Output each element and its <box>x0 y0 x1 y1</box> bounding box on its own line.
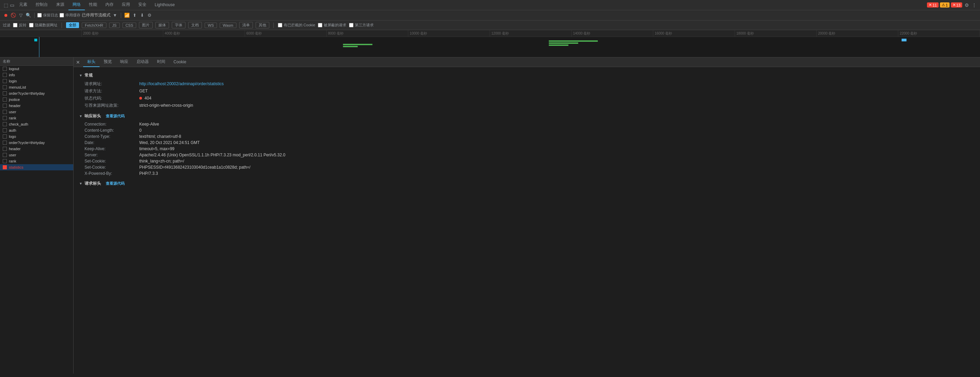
tab-application[interactable]: 应用 <box>118 0 134 10</box>
detail-tab-response[interactable]: 响应 <box>116 57 132 67</box>
third-party-checkbox[interactable]: 第三方请求 <box>349 22 374 28</box>
item-checkbox[interactable] <box>3 153 7 157</box>
item-checkbox[interactable] <box>3 67 7 71</box>
list-item-statistics[interactable]: statistics <box>0 164 73 170</box>
list-item[interactable]: rank <box>0 115 73 121</box>
device-icon[interactable]: ▭ <box>9 2 15 8</box>
list-item[interactable]: header <box>0 146 73 152</box>
item-checkbox[interactable] <box>3 147 7 151</box>
item-checkbox[interactable] <box>3 122 7 126</box>
item-checkbox[interactable] <box>3 116 7 120</box>
item-checkbox[interactable] <box>3 91 7 95</box>
response-headers-section-header[interactable]: ▼ 响应标头 查看源代码 <box>79 113 975 119</box>
filter-icon[interactable]: ▽ <box>18 12 24 19</box>
list-item[interactable]: user <box>0 109 73 115</box>
warn-badge[interactable]: ⚠ 1 <box>940 2 950 8</box>
list-item[interactable]: login <box>0 78 73 84</box>
disable-cache-input[interactable] <box>60 13 64 17</box>
list-item[interactable]: header <box>0 103 73 109</box>
tab-console[interactable]: 控制台 <box>32 0 52 10</box>
list-item[interactable]: info <box>0 72 73 78</box>
list-item[interactable]: jnotice <box>0 97 73 103</box>
list-item[interactable]: logout <box>0 66 73 72</box>
blocked-cookie-checkbox[interactable]: 有已拦截的 Cookie <box>278 22 315 28</box>
filter-css-button[interactable]: CSS <box>123 22 137 28</box>
filter-media-button[interactable]: 媒体 <box>155 22 169 29</box>
response-view-source-link[interactable]: 查看源代码 <box>106 114 124 119</box>
detail-tab-headers[interactable]: 标头 <box>83 57 100 67</box>
list-item[interactable]: user <box>0 152 73 158</box>
invert-checkbox[interactable]: 反转 <box>13 22 26 28</box>
filter-img-button[interactable]: 图片 <box>139 22 153 29</box>
list-item[interactable]: check_auth <box>0 121 73 127</box>
tab-security[interactable]: 安全 <box>134 0 151 10</box>
item-checkbox[interactable] <box>3 73 7 77</box>
error-badge[interactable]: ✕ 11 <box>927 2 938 8</box>
settings-icon[interactable]: ⚙ <box>964 2 970 8</box>
filter-fetch-xhr-button[interactable]: Fetch/XHR <box>82 22 107 28</box>
error2-badge[interactable]: ✕ 13 <box>951 2 962 8</box>
item-checkbox[interactable] <box>3 103 7 108</box>
tab-elements[interactable]: 元素 <box>15 0 32 10</box>
filter-manifest-button[interactable]: 清单 <box>239 22 253 29</box>
detail-tab-timing[interactable]: 时间 <box>153 57 169 67</box>
third-party-input[interactable] <box>349 23 353 27</box>
throttle-dropdown[interactable]: ▼ <box>112 12 118 19</box>
list-item[interactable]: order?cycle=thirtyday <box>0 140 73 146</box>
item-checkbox[interactable] <box>3 159 7 163</box>
request-view-source-link[interactable]: 查看源代码 <box>106 181 124 186</box>
tab-network[interactable]: 网络 <box>68 0 85 10</box>
search-icon[interactable]: 🔍 <box>25 12 32 19</box>
filter-wasm-button[interactable]: Wasm <box>220 22 237 28</box>
blocked-requests-input[interactable] <box>318 23 322 27</box>
clear-button[interactable]: 🚫 <box>10 12 16 19</box>
list-item[interactable]: order?cycle=thirtyday <box>0 90 73 97</box>
tab-sources[interactable]: 来源 <box>52 0 68 10</box>
list-item[interactable]: auth <box>0 127 73 134</box>
filter-js-button[interactable]: JS <box>109 22 120 28</box>
timeline-content[interactable] <box>0 37 980 57</box>
tab-lighthouse[interactable]: Lighthouse <box>151 0 179 10</box>
item-checkbox[interactable] <box>3 110 7 114</box>
item-checkbox[interactable] <box>3 134 7 138</box>
preserve-log-checkbox[interactable]: 保留日志 <box>37 13 58 18</box>
filter-ws-button[interactable]: WS <box>205 22 217 28</box>
more-icon[interactable]: ⋮ <box>971 2 977 8</box>
list-item[interactable]: menusList <box>0 84 73 90</box>
filter-doc-button[interactable]: 文档 <box>188 22 202 29</box>
item-checkbox[interactable] <box>3 79 7 83</box>
blocked-requests-checkbox[interactable]: 被屏蔽的请求 <box>318 22 346 28</box>
detail-tab-cookie[interactable]: Cookie <box>169 57 190 67</box>
general-section-header[interactable]: ▼ 常规 <box>79 73 975 78</box>
preserve-log-input[interactable] <box>37 13 42 17</box>
filter-other-button[interactable]: 其他 <box>256 22 269 29</box>
item-checkbox[interactable] <box>3 141 7 145</box>
list-item[interactable]: logo <box>0 134 73 140</box>
disable-cache-checkbox[interactable]: 停用缓存 <box>60 13 80 18</box>
inspect-icon[interactable]: ⬚ <box>3 2 9 8</box>
hide-data-urls-input[interactable] <box>29 23 33 27</box>
item-checkbox[interactable] <box>3 85 7 89</box>
stop-recording-button[interactable]: ⏺ <box>3 12 9 19</box>
hide-data-urls-checkbox[interactable]: 隐藏数据网址 <box>29 22 57 28</box>
detail-tab-initiator[interactable]: 启动器 <box>132 57 153 67</box>
tab-memory[interactable]: 内存 <box>101 0 118 10</box>
settings-icon-2[interactable]: ⚙ <box>146 12 153 19</box>
tab-performance[interactable]: 性能 <box>85 0 101 10</box>
filter-font-button[interactable]: 字体 <box>172 22 185 29</box>
request-headers-section-header[interactable]: ▼ 请求标头 查看源代码 <box>79 181 975 186</box>
item-checkbox-error[interactable] <box>3 165 7 169</box>
request-list[interactable]: logout info login menusList order?cycle=… <box>0 66 73 374</box>
filter-all-button[interactable]: 全部 <box>66 22 79 28</box>
item-checkbox[interactable] <box>3 128 7 132</box>
list-item[interactable]: rank <box>0 158 73 164</box>
detail-tab-preview[interactable]: 预览 <box>100 57 116 67</box>
invert-input[interactable] <box>13 23 18 27</box>
upload-icon[interactable]: ⬆ <box>131 12 138 19</box>
detail-close-button[interactable]: ✕ <box>75 59 81 65</box>
item-checkbox[interactable] <box>3 97 7 102</box>
item-name: rank <box>9 116 16 120</box>
blocked-cookie-input[interactable] <box>278 23 282 27</box>
download-icon[interactable]: ⬇ <box>139 12 145 19</box>
wifi-icon[interactable]: 📶 <box>124 12 130 19</box>
